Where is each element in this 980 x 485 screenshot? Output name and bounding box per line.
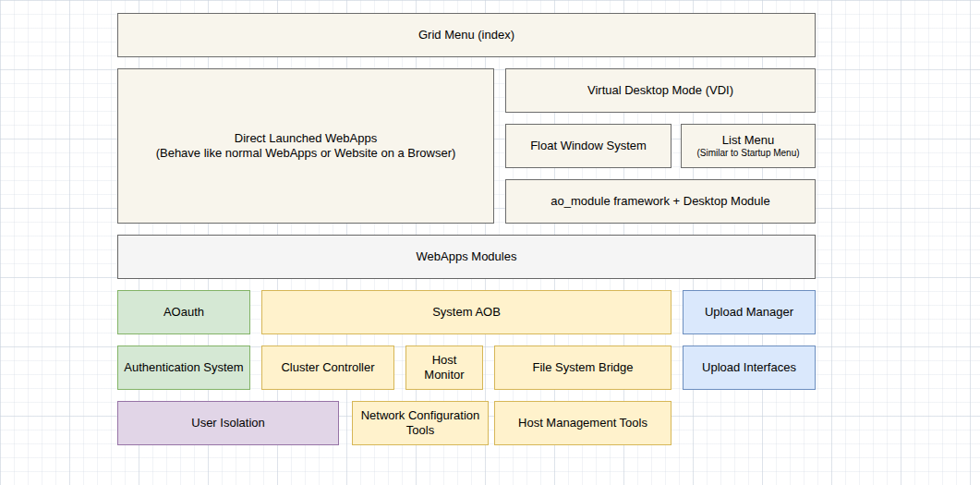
box-host-management-tools-label: Host Management Tools — [518, 416, 647, 430]
box-user-isolation-label: User Isolation — [191, 416, 264, 430]
box-grid-menu: Grid Menu (index) — [117, 13, 816, 57]
box-network-configuration-tools: Network Configuration Tools — [352, 401, 489, 445]
box-upload-manager-label: Upload Manager — [705, 305, 793, 320]
box-float-window-system-label: Float Window System — [530, 139, 647, 153]
box-grid-menu-label: Grid Menu (index) — [418, 28, 514, 42]
box-upload-interfaces: Upload Interfaces — [683, 346, 816, 390]
box-file-system-bridge-label: File System Bridge — [532, 360, 633, 375]
box-system-aob: System AOB — [261, 290, 671, 334]
box-upload-interfaces-label: Upload Interfaces — [702, 360, 796, 375]
box-host-monitor-label: Host Monitor — [412, 353, 477, 383]
box-direct-launched-webapps-line1: Direct Launched WebApps — [235, 131, 377, 146]
box-virtual-desktop-mode: Virtual Desktop Mode (VDI) — [505, 68, 816, 113]
box-cluster-controller: Cluster Controller — [261, 346, 394, 390]
box-list-menu-line2: (Similar to Startup Menu) — [696, 148, 799, 160]
box-host-monitor: Host Monitor — [405, 346, 483, 390]
box-list-menu-line1: List Menu — [722, 133, 774, 148]
box-list-menu: List Menu (Similar to Startup Menu) — [681, 124, 816, 168]
box-webapps-modules: WebApps Modules — [117, 235, 816, 279]
box-host-management-tools: Host Management Tools — [494, 401, 671, 445]
box-direct-launched-webapps-line2: (Behave like normal WebApps or Website o… — [156, 146, 456, 161]
box-ao-module-framework-label: ao_module framework + Desktop Module — [550, 194, 769, 209]
box-system-aob-label: System AOB — [432, 305, 501, 320]
box-direct-launched-webapps: Direct Launched WebApps (Behave like nor… — [117, 68, 494, 224]
box-aoauth-label: AOauth — [163, 305, 204, 320]
box-authentication-system-label: Authentication System — [124, 360, 243, 375]
box-upload-manager: Upload Manager — [683, 290, 816, 334]
box-cluster-controller-label: Cluster Controller — [281, 360, 374, 375]
box-user-isolation: User Isolation — [117, 401, 339, 445]
box-webapps-modules-label: WebApps Modules — [417, 249, 517, 264]
box-authentication-system: Authentication System — [117, 346, 250, 390]
box-virtual-desktop-mode-label: Virtual Desktop Mode (VDI) — [587, 83, 733, 98]
box-float-window-system: Float Window System — [505, 124, 671, 168]
box-ao-module-framework: ao_module framework + Desktop Module — [505, 179, 816, 224]
diagram-canvas: Grid Menu (index) Direct Launched WebApp… — [0, 0, 980, 485]
box-file-system-bridge: File System Bridge — [494, 346, 671, 390]
box-network-configuration-tools-label: Network Configuration Tools — [358, 408, 482, 439]
box-aoauth: AOauth — [117, 290, 250, 334]
